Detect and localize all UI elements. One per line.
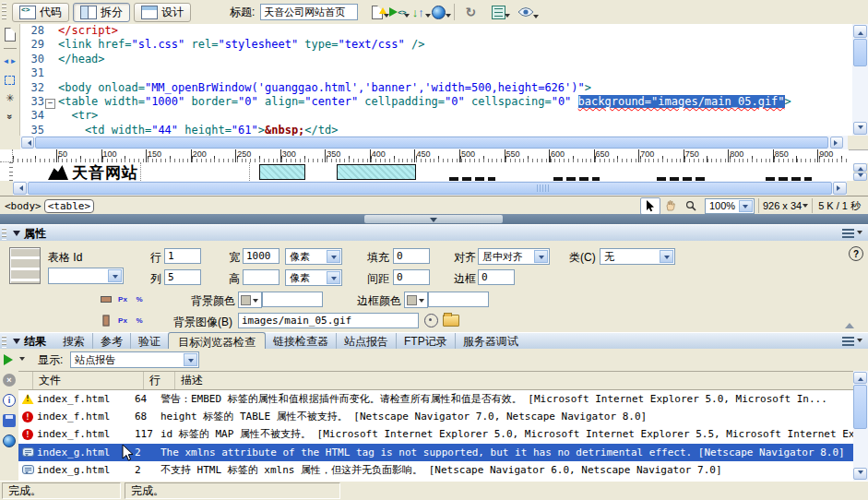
code-vertical-scrollbar[interactable] [852, 24, 868, 136]
properties-grip[interactable] [2, 228, 6, 240]
results-grip[interactable] [2, 336, 6, 348]
height-input[interactable] [243, 269, 279, 285]
code-line[interactable]: 35 <td width="44" height="61">&nbsp;</td… [20, 124, 868, 136]
code-horizontal-scrollbar[interactable] [20, 136, 868, 149]
point-to-file-icon[interactable] [424, 314, 438, 327]
width-input[interactable] [243, 248, 279, 264]
selected-image-placeholder[interactable] [337, 164, 416, 180]
file-transfer-icon[interactable]: ↓↑ [408, 3, 428, 21]
align-select[interactable]: 居中对齐 [478, 248, 550, 265]
clear-column-widths-icon[interactable] [98, 292, 114, 306]
convert-heights-to-percent-icon[interactable]: % [131, 313, 148, 327]
document-title-input[interactable] [260, 4, 358, 20]
properties-collapse-icon[interactable] [13, 231, 20, 240]
expand-all-icon[interactable]: ✳ [3, 92, 17, 104]
browser-check-icon[interactable] [367, 3, 387, 21]
tag-table[interactable]: <table> [44, 199, 94, 213]
hand-tool-button[interactable] [660, 197, 681, 215]
code-view-button[interactable]: 代码 [12, 3, 69, 22]
code-fold-icon[interactable]: − [45, 99, 55, 109]
collapse-full-tag-icon[interactable]: ◄► [3, 55, 17, 67]
header-file[interactable]: 文件 [33, 372, 144, 389]
result-row[interactable]: !index_f.html64警告：EMBED 标签的属性和值根据插件而变化。请… [18, 390, 853, 408]
result-row[interactable]: !index_f.html117id 标签的 MAP 属性不被支持。 [Micr… [18, 425, 853, 443]
code-line[interactable]: 28</script> [20, 24, 868, 38]
table-id-select[interactable] [48, 268, 124, 284]
rows-input[interactable] [164, 248, 201, 264]
class-select[interactable]: 无 [600, 248, 675, 265]
tag-body[interactable]: <body> [2, 200, 44, 212]
results-vertical-scrollbar[interactable] [853, 371, 868, 481]
browse-in-browser-icon[interactable] [428, 3, 448, 21]
run-report-button[interactable] [4, 354, 25, 365]
cellpad-input[interactable] [393, 248, 430, 264]
properties-panel: 表格 Id 行 列 宽 像素 高 像素 填充 间距 对齐 居中对齐 边框 类(C… [0, 241, 868, 333]
help-icon[interactable]: ? [849, 246, 863, 261]
split-view-button[interactable]: 拆分 [73, 3, 130, 22]
zoom-level-select[interactable]: 100% [705, 198, 755, 214]
more-info-icon[interactable]: i [3, 394, 16, 407]
cellspace-input[interactable] [393, 269, 430, 285]
error-icon: ! [22, 411, 33, 423]
bordercolor-picker[interactable] [404, 292, 428, 308]
code-line[interactable]: 33−<table width="1000" border="0" align=… [20, 95, 868, 109]
cols-input[interactable] [164, 269, 201, 285]
design-vertical-scrollbar[interactable] [853, 163, 868, 181]
code-line[interactable]: 32<body onload="MM_openBrWindow('guangga… [20, 81, 868, 95]
pointer-tool-button[interactable] [640, 197, 660, 215]
design-view[interactable]: 天音网站 [13, 162, 853, 181]
design-view-button[interactable]: 设计 [134, 3, 191, 22]
results-tab-8[interactable]: 服务器调试 [455, 333, 526, 351]
window-size-select[interactable]: 926 x 34 [759, 200, 812, 211]
results-tab-5[interactable]: 链接检查器 [266, 333, 336, 351]
convert-widths-to-percent-icon[interactable]: % [131, 292, 148, 306]
browse-report-icon[interactable] [3, 435, 16, 447]
browse-for-file-icon[interactable] [443, 315, 459, 327]
result-row[interactable]: index_g.html2不支持 HTML 标签的 xmlns 属性，但这并无负… [18, 461, 853, 479]
results-collapse-icon[interactable] [13, 339, 20, 348]
panel-expander-icon[interactable] [845, 318, 854, 328]
results-tab-7[interactable]: FTP记录 [396, 333, 455, 351]
status-bar: 完成。 完成。 [0, 481, 868, 500]
results-menu-icon[interactable] [842, 337, 862, 346]
code-line[interactable]: 29<link href="sl.css" rel="stylesheet" t… [20, 38, 868, 52]
header-line[interactable]: 行 [144, 372, 175, 389]
visual-aids-eye-icon[interactable] [516, 3, 536, 21]
refresh-icon[interactable]: ↻ [460, 3, 481, 21]
collapse-selection-icon[interactable] [3, 74, 17, 86]
view-options-icon[interactable] [488, 3, 508, 21]
code-line[interactable]: 31 [20, 66, 868, 80]
code-line[interactable]: 30</head> [20, 53, 868, 66]
bordercolor-input[interactable] [428, 292, 489, 307]
bgimage-input[interactable] [238, 313, 419, 328]
result-row[interactable]: !index_f.html68height 标签的 TABLE 属性不被支持。 … [18, 408, 853, 425]
results-tab-3[interactable]: 验证 [130, 333, 168, 351]
bgcolor-input[interactable] [262, 292, 323, 307]
panel-collapse-button[interactable] [364, 215, 503, 223]
border-input[interactable] [478, 269, 515, 285]
properties-menu-icon[interactable] [842, 229, 862, 238]
more-chevrons-icon[interactable]: » [3, 111, 17, 123]
results-tab-1[interactable]: 搜索 [55, 333, 92, 351]
height-unit-select[interactable]: 像素 [285, 269, 342, 286]
zoom-tool-button[interactable] [681, 197, 701, 215]
results-tab-6[interactable]: 站点报告 [336, 333, 396, 351]
stop-icon[interactable]: × [3, 374, 16, 387]
convert-widths-to-pixels-icon[interactable]: Px [114, 292, 131, 306]
selected-image-placeholder[interactable] [259, 164, 305, 180]
convert-heights-to-pixels-icon[interactable]: Px [114, 313, 131, 327]
design-horizontal-scrollbar[interactable] [13, 181, 853, 196]
open-documents-icon[interactable] [5, 28, 16, 42]
show-select[interactable]: 站点报告 [70, 351, 199, 368]
code-line[interactable]: 34 <tr> [20, 109, 868, 123]
results-tab-2[interactable]: 参考 [92, 333, 130, 351]
result-row[interactable]: index_g.html2The xmlns attribute of the … [18, 444, 853, 461]
bgcolor-picker[interactable] [238, 292, 262, 308]
preview-debug-icon[interactable]: <> [387, 3, 408, 21]
header-desc[interactable]: 描述 [175, 372, 853, 389]
code-view[interactable]: 28</script>29<link href="sl.css" rel="st… [0, 24, 868, 136]
clear-row-heights-icon[interactable] [98, 313, 114, 327]
width-unit-select[interactable]: 像素 [285, 248, 342, 265]
toolbar-grip[interactable] [2, 3, 6, 21]
save-report-icon[interactable] [3, 414, 16, 427]
